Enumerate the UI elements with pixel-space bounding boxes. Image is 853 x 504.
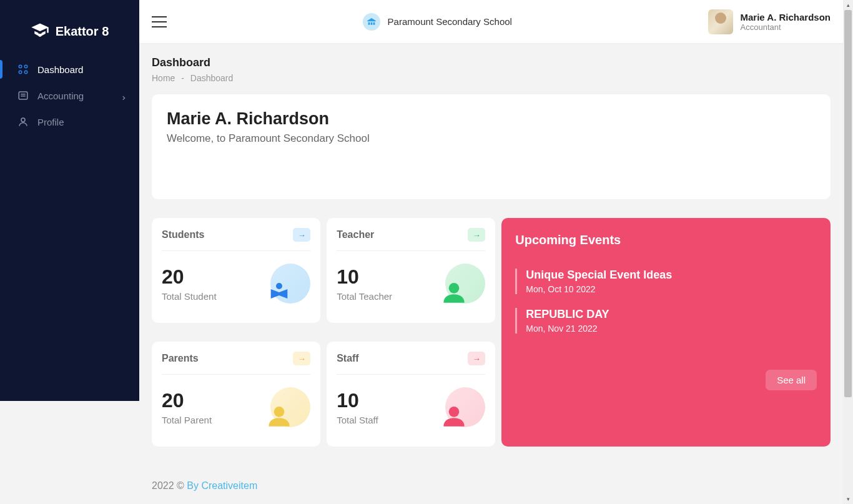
user-info: Marie A. Richardson Accountant [741,12,831,32]
scroll-down-arrow-icon[interactable]: ▾ [843,494,853,504]
svg-point-12 [449,407,460,417]
stat-label: Total Teacher [337,291,392,302]
welcome-subtitle: Welcome, to Paramount Secondary School [167,132,816,145]
stat-title: Staff [337,353,359,364]
event-name: Unique Special Event Ideas [526,269,817,282]
stat-arrow-button[interactable]: → [293,352,310,365]
scrollbar[interactable]: ▴ ▾ [843,0,853,504]
stat-arrow-button[interactable]: → [468,228,485,242]
stat-value: 20 [162,265,217,289]
school-name: Paramount Secondary School [388,16,512,27]
user-role: Accountant [741,22,831,32]
avatar [708,9,733,34]
topbar: Paramount Secondary School Marie A. Rich… [139,0,843,44]
event-item[interactable]: REPUBLIC DAY Mon, Nov 21 2022 [515,308,817,334]
stat-card-students: Students → 20 Total Student [152,218,320,323]
footer: 2022 © By Creativeitem [152,480,257,492]
stat-label: Total Student [162,291,217,302]
breadcrumb-current: Dashboard [190,73,234,83]
event-name: REPUBLIC DAY [526,308,817,321]
sidebar-item-label: Accounting [37,91,84,101]
stat-arrow-button[interactable]: → [468,352,485,365]
breadcrumb-home[interactable]: Home [152,73,175,83]
user-name: Marie A. Richardson [741,12,831,22]
sidebar: Ekattor 8 Dashboard Accounting Profile [0,0,139,401]
svg-point-9 [276,283,282,289]
dashboard-grid: Students → 20 Total Student [152,218,831,447]
sidebar-item-accounting[interactable]: Accounting [0,82,139,109]
scrollbar-thumb[interactable] [844,10,852,397]
sidebar-item-label: Profile [37,117,64,127]
hamburger-menu-button[interactable] [152,16,167,27]
event-date: Mon, Nov 21 2022 [526,324,817,334]
main: Paramount Secondary School Marie A. Rich… [139,0,843,504]
events-title: Upcoming Events [515,233,817,247]
events-card: Upcoming Events Unique Special Event Ide… [501,218,831,447]
svg-point-11 [449,283,460,294]
svg-point-1 [19,65,22,68]
staff-icon [445,387,485,427]
svg-point-4 [24,71,27,74]
stat-card-teacher: Teacher → 10 Total Teacher [327,218,495,323]
event-item[interactable]: Unique Special Event Ideas Mon, Oct 10 2… [515,269,817,294]
see-all-button[interactable]: See all [766,370,817,390]
logo-text: Ekattor 8 [56,24,109,39]
parent-icon [270,387,310,427]
accounting-icon [17,90,29,101]
svg-point-8 [21,118,25,122]
stat-label: Total Staff [337,415,378,425]
page-title: Dashboard [152,56,831,69]
event-date: Mon, Oct 10 2022 [526,284,817,294]
stat-value: 10 [337,265,392,289]
stat-card-staff: Staff → 10 Total Staff [327,342,495,447]
svg-point-3 [19,71,22,74]
welcome-card: Marie A. Richardson Welcome, to Paramoun… [152,94,831,199]
stat-title: Teacher [337,229,374,240]
sidebar-item-profile[interactable]: Profile [0,109,139,135]
stat-arrow-button[interactable]: → [293,228,310,242]
sidebar-item-label: Dashboard [37,64,83,75]
stat-title: Parents [162,353,199,364]
breadcrumb: Home - Dashboard [152,73,831,83]
dashboard-icon [17,64,29,75]
svg-point-10 [274,407,285,417]
breadcrumb-separator: - [181,73,184,83]
school-icon [363,13,380,31]
stat-label: Total Parent [162,415,212,425]
student-icon [270,264,310,304]
stat-value: 20 [162,389,212,412]
stat-card-parents: Parents → 20 Total Parent [152,342,320,447]
svg-point-2 [24,65,27,68]
logo-area[interactable]: Ekattor 8 [0,0,139,56]
footer-credit-link[interactable]: By Creativeitem [187,480,257,491]
sidebar-item-dashboard[interactable]: Dashboard [0,56,139,82]
scroll-up-arrow-icon[interactable]: ▴ [843,0,853,10]
logo-icon [31,22,49,41]
stat-title: Students [162,229,204,240]
school-selector[interactable]: Paramount Secondary School [363,13,512,31]
user-menu[interactable]: Marie A. Richardson Accountant [708,9,831,34]
welcome-name: Marie A. Richardson [167,109,816,129]
profile-icon [17,116,29,127]
footer-year: 2022 © [152,480,187,491]
teacher-icon [445,264,485,304]
content: Dashboard Home - Dashboard Marie A. Rich… [139,44,843,459]
chevron-right-icon [121,92,127,99]
stat-value: 10 [337,389,378,412]
